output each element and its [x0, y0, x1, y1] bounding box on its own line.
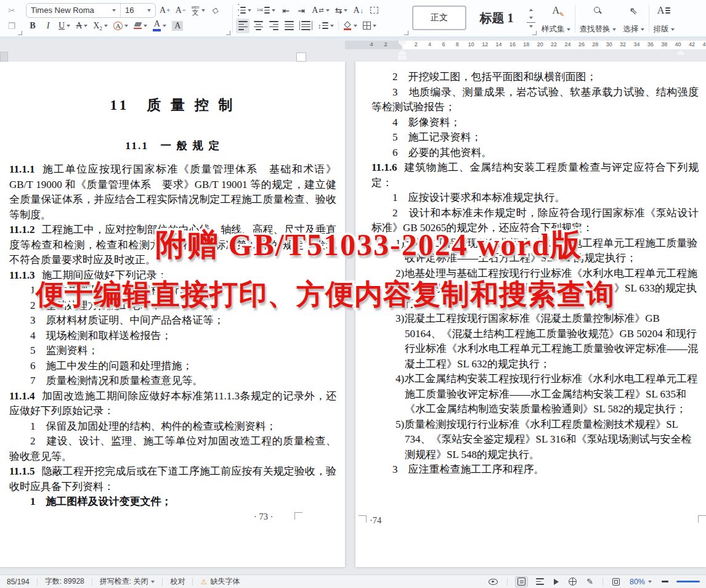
page-number-left: · 73 · [254, 512, 273, 522]
borders-button[interactable] [361, 18, 378, 33]
clear-format-button[interactable]: ◇ [209, 3, 222, 18]
font-size-select[interactable]: 16 [121, 4, 155, 17]
decrease-indent-button[interactable]: ⇤ [279, 3, 293, 18]
layout-label: 排版 [654, 24, 669, 35]
paragraph: 11.1.5隐蔽工程开挖完成后或在下道工序施工前应按有关规定验收，验收时应具备下… [9, 464, 336, 494]
justify-button[interactable] [282, 18, 296, 33]
asian-layout-button[interactable]: ⇆ [333, 3, 350, 18]
cut-button[interactable]: ✂ [5, 3, 18, 18]
strikethrough-button[interactable]: A [74, 18, 89, 33]
sort-button[interactable]: A↓ [351, 3, 365, 18]
zoom-level-button[interactable]: 80% [628, 576, 654, 587]
shading-button[interactable] [341, 18, 359, 33]
margin-corner-mark [294, 512, 302, 520]
align-center-icon [254, 21, 263, 30]
warning-icon: ⚠ [200, 578, 207, 586]
gallery-more-button[interactable] [527, 22, 535, 30]
paragraph: 3 地质编录、测量成果，岩芯试验、软基承载力试验、结构强度等检测试验报告； [371, 85, 699, 115]
outline-view-button[interactable] [534, 576, 546, 587]
swap-arrows-mark: ⇄ [319, 7, 323, 14]
spellcheck-button[interactable]: 拼写检查: 关闭 [98, 576, 157, 587]
style-heading1[interactable]: 标题 1 [469, 6, 524, 30]
style-normal[interactable]: 正文 [412, 6, 466, 30]
eye-icon [489, 579, 498, 585]
character-shading-button[interactable]: A [170, 18, 185, 33]
align-left-button[interactable] [236, 18, 250, 33]
page-indicator[interactable]: 85/194 [5, 576, 31, 587]
hanging-indent-marker[interactable] [399, 50, 406, 55]
phonetic-guide-button[interactable]: wén文 [190, 3, 207, 18]
align-center-button[interactable] [251, 18, 265, 33]
clipboard-dialog-launcher[interactable] [18, 31, 22, 35]
web-layout-button[interactable] [567, 576, 578, 587]
proofread-button[interactable]: 校对 [168, 576, 187, 587]
ruler-number: 4 [366, 41, 377, 47]
text-frame-button[interactable] [367, 3, 381, 18]
ink-tools-button[interactable]: ✎ [585, 576, 595, 587]
paragraph-group-row2: ↕ [236, 18, 407, 33]
paragraph: 4 影像资料； [371, 115, 699, 131]
chevron-down-icon [671, 28, 675, 31]
style-set-button[interactable]: A✎ 样式集 [538, 2, 574, 36]
align-right-icon [269, 21, 278, 30]
page-left[interactable]: 11 质 量 控 制 11.1 一 般 规 定 11.1.1施工单位应按现行国家… [0, 62, 345, 567]
shading-bucket-icon [343, 22, 352, 30]
italic-button[interactable]: I [41, 18, 55, 33]
find-replace-button[interactable]: 查找替换 [576, 2, 620, 36]
bullet-list-icon [238, 2, 246, 18]
gallery-scroll-down-button[interactable] [527, 14, 535, 22]
numbered-list-button[interactable] [255, 3, 277, 18]
group-divider [575, 5, 575, 33]
hide-toolbars-button[interactable] [487, 576, 500, 587]
missing-font-button[interactable]: ⚠缺失字体 [198, 576, 241, 587]
font-name-select[interactable]: Times New Roma [26, 4, 120, 17]
pointer-icon: ⇖ [630, 5, 638, 17]
increase-font-button[interactable]: A+ [158, 3, 172, 18]
paragraph: 4)水工金属结构安装工程按现行行业标准《水利水电工程单元工程施工质量验收评定标准… [405, 372, 699, 417]
subscript-button[interactable]: X₂ [91, 18, 110, 33]
paste-button[interactable]: ❐ [5, 18, 18, 33]
page-right[interactable]: 2 开挖竣工图，包括平面图和纵横剖面图； 3 地质编录、测量成果，岩芯试验、软基… [355, 62, 706, 567]
print-layout-view-button[interactable] [515, 576, 528, 587]
ruler-number: 26 [575, 41, 588, 47]
styles-dialog-launcher[interactable] [532, 31, 537, 35]
zoom-out-button[interactable] [660, 576, 670, 587]
paragraph: 5)质量检测按现行行业标准《水利工程质量检测技术规程》SL 734、《泵站安全鉴… [405, 417, 699, 463]
fullscreen-button[interactable] [611, 576, 622, 587]
zoom-slider[interactable] [676, 581, 700, 582]
underline-icon: U [59, 21, 65, 31]
bullet-list-button[interactable] [236, 3, 253, 18]
bold-button[interactable]: B [26, 18, 39, 33]
ruler-number: 6 [437, 41, 450, 47]
read-mode-button[interactable] [552, 576, 561, 587]
text-tools-button[interactable]: A⇄ [310, 3, 331, 18]
highlight-button[interactable] [132, 18, 149, 33]
enclose-characters-button[interactable]: A [112, 18, 130, 33]
select-button[interactable]: ⇖ 选择 [620, 2, 648, 36]
missing-font-label: 缺失字体 [210, 576, 240, 587]
tab-selector-box[interactable] [296, 52, 306, 62]
underline-button[interactable]: U [57, 18, 72, 33]
phonetic-guide-icon: wén文 [192, 5, 200, 16]
right-indent-marker[interactable] [677, 50, 684, 55]
font-dialog-launcher[interactable] [226, 31, 230, 35]
word-count-button[interactable]: 字数: 89928 [43, 576, 86, 587]
group-divider [649, 5, 649, 33]
font-color-button[interactable]: A [151, 18, 168, 33]
gallery-scroll-up-button[interactable] [527, 6, 535, 14]
distribute-button[interactable] [298, 18, 314, 33]
align-right-button[interactable] [267, 18, 280, 33]
chevron-down-icon [612, 28, 616, 31]
layout-button[interactable]: A 排版 [650, 2, 678, 36]
chevron-up-icon [529, 9, 533, 11]
line-spacing-button[interactable]: ↕ [316, 18, 336, 33]
font-size-value: 16 [125, 6, 134, 15]
ruler-number: 22 [547, 41, 561, 47]
chevron-down-icon [272, 9, 275, 12]
highlight-icon [134, 22, 142, 29]
paragraph: 11.1.1施工单位应按现行国家标准《质量管理体系 基础和术语》GB/T 190… [9, 162, 336, 223]
left-indent-marker[interactable] [398, 55, 407, 60]
decrease-font-button[interactable]: A− [174, 3, 188, 18]
paragraph-dialog-launcher[interactable] [404, 31, 408, 35]
increase-indent-button[interactable]: ⇥ [294, 3, 308, 18]
